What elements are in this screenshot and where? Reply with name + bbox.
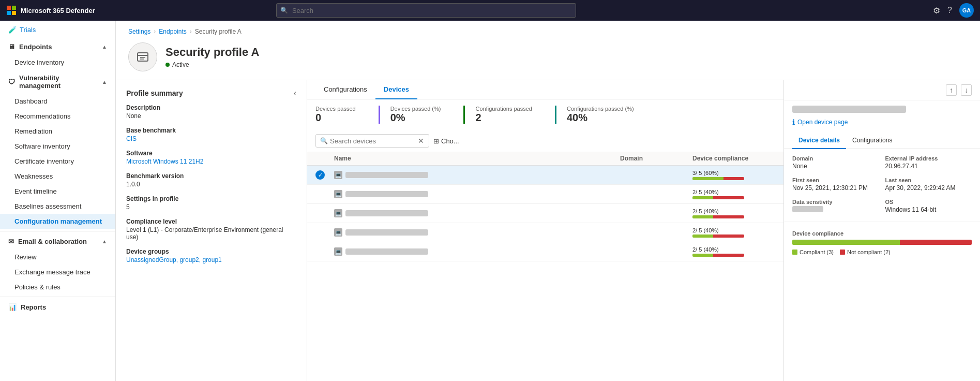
tab-configurations[interactable]: Configurations bbox=[315, 80, 375, 99]
email-icon: ✉ bbox=[8, 238, 14, 245]
profile-title-block: Security profile A Active bbox=[165, 46, 259, 68]
device-name-blur-block bbox=[792, 106, 906, 113]
sidebar-item-weaknesses[interactable]: Weaknesses bbox=[0, 169, 115, 184]
stat-configs-passed-pct: Configurations passed (%) 40% bbox=[555, 106, 644, 124]
col-compliance: Device compliance bbox=[692, 155, 775, 162]
search-devices-bar: 🔍 ✕ ⊞ Cho... bbox=[307, 130, 783, 152]
sidebar-item-device-inventory[interactable]: Device inventory bbox=[0, 55, 115, 70]
device-tabs: Configurations Devices bbox=[307, 80, 783, 99]
device-panel: Configurations Devices Devices passed 0 … bbox=[307, 80, 783, 381]
chevron-up-icon-email: ▲ bbox=[102, 239, 107, 244]
app-logo-icon bbox=[6, 5, 17, 16]
compliance-bar-5 bbox=[692, 254, 744, 257]
first-seen-value: Nov 25, 2021, 12:30:21 PM bbox=[792, 184, 879, 192]
table-row[interactable]: 💻 2/ 5 (40%) bbox=[307, 204, 783, 223]
field-settings-in-profile: Settings in profile 5 bbox=[126, 195, 296, 211]
compliance-level-value: Level 1 (L1) - Corporate/Enterprise Envi… bbox=[126, 226, 296, 241]
device-groups-label: Device groups bbox=[126, 248, 296, 255]
sidebar-section-endpoints[interactable]: 🖥 Endpoints ▲ bbox=[0, 39, 115, 55]
legend-not-compliant-dot bbox=[840, 250, 845, 255]
software-value[interactable]: Microsoft Windows 11 21H2 bbox=[126, 158, 296, 165]
search-devices-input[interactable] bbox=[330, 137, 418, 145]
tab-devices[interactable]: Devices bbox=[375, 80, 417, 99]
breadcrumb-sep-1: › bbox=[154, 28, 156, 35]
breadcrumb-sep-2: › bbox=[190, 28, 192, 35]
sidebar-item-review[interactable]: Review bbox=[0, 250, 115, 265]
breadcrumb-endpoints[interactable]: Endpoints bbox=[159, 28, 186, 35]
search-clear-button[interactable]: ✕ bbox=[418, 137, 424, 145]
sidebar-item-software-inventory[interactable]: Software inventory bbox=[0, 139, 115, 154]
avatar[interactable]: GA bbox=[959, 3, 974, 18]
help-icon[interactable]: ? bbox=[947, 6, 952, 15]
sidebar-item-dashboard[interactable]: Dashboard bbox=[0, 94, 115, 109]
device-icon-5: 💻 bbox=[334, 247, 342, 256]
status-label: Active bbox=[172, 61, 189, 68]
right-panel-tabs: Device details Configurations bbox=[784, 133, 980, 149]
info-circle-icon: ℹ bbox=[792, 118, 795, 126]
search-container: 🔍 bbox=[276, 3, 576, 18]
first-seen-label: First seen bbox=[792, 177, 879, 183]
stat-devices-passed-value: 0 bbox=[315, 112, 356, 124]
sidebar-item-trials[interactable]: 🧪 Trials bbox=[0, 21, 115, 39]
profile-title: Security profile A bbox=[165, 46, 259, 59]
breadcrumb-settings[interactable]: Settings bbox=[128, 28, 150, 35]
field-base-benchmark: Base benchmark CIS bbox=[126, 127, 296, 142]
big-bar-red bbox=[900, 240, 972, 245]
sidebar-item-exchange[interactable]: Exchange message trace bbox=[0, 265, 115, 280]
table-row[interactable]: 💻 2/ 5 (40%) bbox=[307, 242, 783, 261]
stat-configs-passed: Configurations passed 2 bbox=[463, 106, 542, 124]
base-benchmark-label: Base benchmark bbox=[126, 127, 296, 134]
sidebar-item-event-timeline[interactable]: Event timeline bbox=[0, 184, 115, 199]
compliance-bar-1 bbox=[692, 177, 744, 180]
sidebar-item-policies[interactable]: Policies & rules bbox=[0, 280, 115, 295]
choose-columns-button[interactable]: ⊞ Cho... bbox=[433, 137, 459, 145]
big-compliance-bar bbox=[792, 240, 972, 245]
sidebar-section-email[interactable]: ✉ Email & collaboration ▲ bbox=[0, 233, 115, 250]
right-tab-device-details[interactable]: Device details bbox=[792, 133, 846, 149]
search-devices-icon: 🔍 bbox=[320, 137, 328, 144]
compliance-bar-3 bbox=[692, 215, 744, 218]
device-groups-value[interactable]: UnassignedGroup, group2, group1 bbox=[126, 256, 296, 263]
sidebar-section-reports[interactable]: 📊 Reports bbox=[0, 299, 115, 315]
detail-last-seen: Last seen Apr 30, 2022, 9:29:42 AM bbox=[885, 177, 972, 192]
field-description: Description None bbox=[126, 104, 296, 120]
nav-up-button[interactable]: ↑ bbox=[946, 84, 957, 96]
bar-green-5 bbox=[692, 254, 713, 257]
device-compliance-4: 2/ 5 (40%) bbox=[692, 227, 775, 238]
table-row[interactable]: 💻 2/ 5 (40%) bbox=[307, 223, 783, 242]
data-sensitivity-value bbox=[792, 206, 823, 212]
trials-icon: 🧪 bbox=[8, 26, 17, 34]
sidebar-item-recommendations[interactable]: Recommendations bbox=[0, 109, 115, 124]
right-tab-configurations[interactable]: Configurations bbox=[846, 133, 898, 149]
open-device-page-link[interactable]: ℹ Open device page bbox=[784, 115, 980, 133]
stat-configs-passed-label: Configurations passed bbox=[475, 106, 532, 112]
device-icon-3: 💻 bbox=[334, 209, 342, 217]
table-row[interactable]: 💻 2/ 5 (40%) bbox=[307, 185, 783, 204]
settings-icon[interactable]: ⚙ bbox=[933, 6, 940, 16]
detail-first-seen: First seen Nov 25, 2021, 12:30:21 PM bbox=[792, 177, 879, 192]
stat-devices-passed: Devices passed 0 bbox=[315, 106, 366, 124]
sidebar-item-remediation[interactable]: Remediation bbox=[0, 124, 115, 139]
sidebar-item-config-mgmt[interactable]: Configuration management bbox=[0, 214, 115, 229]
sidebar-section-vulnerability[interactable]: 🛡 Vulnerability management ▲ bbox=[0, 70, 115, 94]
stat-devices-passed-pct: Devices passed (%) 0% bbox=[379, 106, 451, 124]
sidebar-item-certificate-inventory[interactable]: Certificate inventory bbox=[0, 154, 115, 169]
stat-devices-passed-label: Devices passed bbox=[315, 106, 356, 112]
bar-green-3 bbox=[692, 215, 713, 218]
right-details-grid: Domain None External IP address 20.96.27… bbox=[784, 149, 980, 219]
table-row[interactable]: ✓ 💻 3/ 5 (60%) bbox=[307, 166, 783, 185]
nav-down-button[interactable]: ↓ bbox=[961, 84, 972, 96]
svg-rect-2 bbox=[7, 11, 11, 15]
compliance-level-label: Compliance level bbox=[126, 218, 296, 225]
collapse-button[interactable]: ‹ bbox=[294, 89, 296, 98]
external-ip-value: 20.96.27.41 bbox=[885, 163, 972, 170]
sidebar-item-baselines[interactable]: Baselines assessment bbox=[0, 199, 115, 214]
svg-rect-4 bbox=[138, 53, 148, 61]
profile-panel-title: Profile summary bbox=[126, 89, 183, 97]
col-check bbox=[315, 155, 334, 162]
os-label: OS bbox=[885, 199, 972, 205]
check-icon: ✓ bbox=[315, 170, 325, 180]
search-input[interactable] bbox=[276, 3, 576, 18]
settings-in-profile-value: 5 bbox=[126, 203, 296, 211]
base-benchmark-value[interactable]: CIS bbox=[126, 135, 296, 142]
